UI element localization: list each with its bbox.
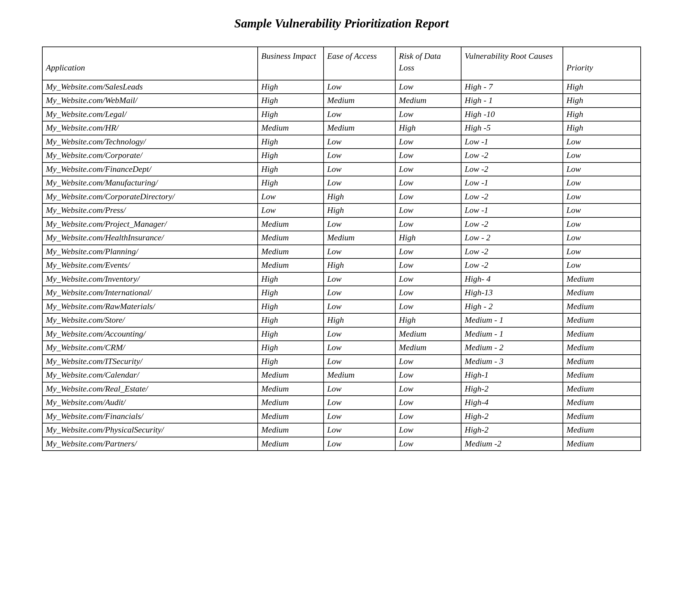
cell-priority: Low	[563, 149, 641, 162]
cell-access: High	[324, 259, 395, 272]
cell-impact: High	[258, 94, 324, 108]
cell-application: My_Website.com/Events/	[42, 259, 258, 272]
cell-impact: Medium	[258, 259, 324, 272]
table-row: My_Website.com/Project_Manager/MediumLow…	[42, 217, 641, 231]
table-row: My_Website.com/Legal/HighLowLowHigh -10H…	[42, 108, 641, 122]
cell-risk: Medium	[395, 94, 461, 108]
cell-impact: High	[258, 300, 324, 314]
cell-application: My_Website.com/Planning/	[42, 245, 258, 259]
header-root: Vulnerability Root Causes	[461, 47, 563, 80]
cell-impact: High	[258, 149, 324, 162]
cell-access: Low	[324, 341, 395, 355]
cell-application: My_Website.com/SalesLeads	[42, 80, 258, 94]
cell-priority: Low	[563, 203, 641, 217]
cell-risk: Low	[395, 423, 461, 437]
cell-access: Low	[324, 149, 395, 162]
cell-risk: High	[395, 313, 461, 327]
table-row: My_Website.com/International/HighLowLowH…	[42, 286, 641, 300]
cell-access: Medium	[324, 94, 395, 108]
cell-impact: High	[258, 80, 324, 94]
cell-impact: High	[258, 108, 324, 122]
cell-application: My_Website.com/HealthInsurance/	[42, 231, 258, 245]
cell-access: Low	[324, 245, 395, 259]
cell-impact: High	[258, 286, 324, 300]
cell-priority: Low	[563, 231, 641, 245]
table-row: My_Website.com/Events/MediumHighLowLow -…	[42, 259, 641, 272]
cell-impact: Medium	[258, 410, 324, 423]
cell-application: My_Website.com/Corporate/	[42, 149, 258, 162]
header-application-label: Application	[46, 63, 85, 72]
cell-access: Low	[324, 217, 395, 231]
table-row: My_Website.com/HR/MediumMediumHighHigh -…	[42, 121, 641, 135]
cell-root: Low -2	[461, 149, 563, 162]
cell-access: Medium	[324, 231, 395, 245]
cell-root: High- 4	[461, 272, 563, 286]
cell-risk: Low	[395, 410, 461, 423]
cell-access: Low	[324, 396, 395, 410]
cell-risk: Low	[395, 190, 461, 204]
cell-root: High - 1	[461, 94, 563, 108]
cell-risk: Low	[395, 217, 461, 231]
cell-application: My_Website.com/Partners/	[42, 437, 258, 451]
cell-risk: Low	[395, 437, 461, 451]
table-row: My_Website.com/CRM/HighLowMediumMedium -…	[42, 341, 641, 355]
table-row: My_Website.com/Real_Estate/MediumLowLowH…	[42, 382, 641, 396]
cell-priority: High	[563, 108, 641, 122]
table-row: My_Website.com/Planning/MediumLowLowLow …	[42, 245, 641, 259]
cell-impact: High	[258, 355, 324, 369]
cell-risk: Low	[395, 382, 461, 396]
table-row: My_Website.com/FinanceDept/HighLowLowLow…	[42, 162, 641, 176]
cell-access: Low	[324, 176, 395, 190]
table-row: My_Website.com/SalesLeadsHighLowLowHigh …	[42, 80, 641, 94]
table-row: My_Website.com/Press/LowHighLowLow -1Low	[42, 203, 641, 217]
cell-application: My_Website.com/HR/	[42, 121, 258, 135]
cell-access: Low	[324, 300, 395, 314]
cell-risk: Low	[395, 176, 461, 190]
cell-root: Medium - 3	[461, 355, 563, 369]
table-row: My_Website.com/CorporateDirectory/LowHig…	[42, 190, 641, 204]
cell-application: My_Website.com/Press/	[42, 203, 258, 217]
cell-impact: Medium	[258, 217, 324, 231]
table-row: My_Website.com/Manufacturing/HighLowLowL…	[42, 176, 641, 190]
cell-risk: Low	[395, 355, 461, 369]
cell-access: Low	[324, 80, 395, 94]
cell-priority: Medium	[563, 382, 641, 396]
cell-application: My_Website.com/RawMaterials/	[42, 300, 258, 314]
cell-risk: Low	[395, 162, 461, 176]
table-body: My_Website.com/SalesLeadsHighLowLowHigh …	[42, 80, 641, 451]
cell-risk: Medium	[395, 327, 461, 341]
cell-priority: Low	[563, 245, 641, 259]
header-risk: Risk of Data Loss	[395, 47, 461, 80]
cell-application: My_Website.com/Store/	[42, 313, 258, 327]
cell-access: High	[324, 313, 395, 327]
header-application: Application	[42, 47, 258, 80]
cell-application: My_Website.com/International/	[42, 286, 258, 300]
report-title: Sample Vulnerability Prioritization Repo…	[42, 16, 641, 30]
cell-priority: Medium	[563, 355, 641, 369]
cell-access: Low	[324, 162, 395, 176]
table-row: My_Website.com/Partners/MediumLowLowMedi…	[42, 437, 641, 451]
cell-risk: Medium	[395, 341, 461, 355]
cell-risk: Low	[395, 80, 461, 94]
cell-priority: Low	[563, 190, 641, 204]
table-row: My_Website.com/Audit/MediumLowLowHigh-4M…	[42, 396, 641, 410]
cell-priority: High	[563, 121, 641, 135]
cell-priority: Low	[563, 259, 641, 272]
cell-application: My_Website.com/FinanceDept/	[42, 162, 258, 176]
cell-priority: Medium	[563, 437, 641, 451]
cell-priority: Low	[563, 176, 641, 190]
cell-root: Medium - 1	[461, 313, 563, 327]
cell-risk: Low	[395, 245, 461, 259]
cell-application: My_Website.com/Manufacturing/	[42, 176, 258, 190]
cell-priority: Medium	[563, 368, 641, 382]
cell-risk: Low	[395, 108, 461, 122]
cell-application: My_Website.com/Accounting/	[42, 327, 258, 341]
cell-impact: High	[258, 327, 324, 341]
cell-impact: Medium	[258, 437, 324, 451]
cell-root: Low -2	[461, 259, 563, 272]
cell-root: High - 7	[461, 80, 563, 94]
cell-risk: Low	[395, 286, 461, 300]
cell-access: Low	[324, 410, 395, 423]
cell-impact: High	[258, 341, 324, 355]
cell-root: Medium - 2	[461, 341, 563, 355]
